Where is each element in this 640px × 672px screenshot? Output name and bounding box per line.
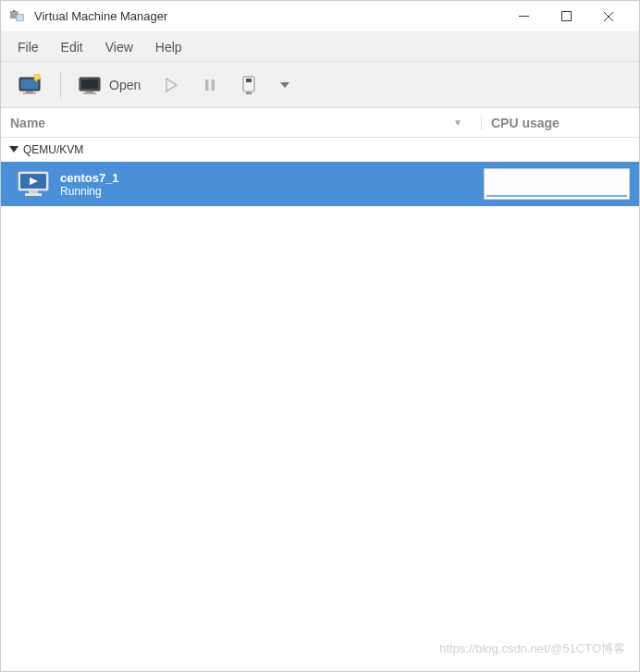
chevron-down-icon bbox=[279, 81, 290, 89]
header-cpu[interactable]: CPU usage bbox=[482, 116, 639, 130]
collapse-icon bbox=[8, 143, 19, 156]
open-label: Open bbox=[109, 78, 141, 92]
menu-view[interactable]: View bbox=[94, 36, 144, 58]
maximize-button[interactable] bbox=[545, 3, 587, 31]
close-button[interactable] bbox=[587, 3, 630, 31]
new-vm-button[interactable] bbox=[8, 68, 53, 102]
svg-rect-10 bbox=[23, 92, 36, 94]
svg-marker-23 bbox=[9, 146, 18, 153]
shutdown-button[interactable] bbox=[231, 70, 266, 100]
vm-tree: QEMU/KVM centos7_1 Running bbox=[1, 138, 639, 671]
menu-file[interactable]: File bbox=[6, 36, 50, 58]
minimize-button[interactable] bbox=[502, 3, 545, 31]
window-title: Virtual Machine Manager bbox=[34, 9, 167, 23]
column-headers: Name ▼ CPU usage bbox=[1, 108, 639, 138]
sort-arrow-icon: ▼ bbox=[453, 117, 462, 128]
svg-marker-16 bbox=[166, 79, 177, 92]
open-vm-button[interactable]: Open bbox=[68, 68, 150, 102]
vm-row[interactable]: centos7_1 Running bbox=[1, 162, 639, 206]
svg-rect-18 bbox=[212, 79, 215, 91]
pause-button[interactable] bbox=[192, 71, 228, 99]
header-name-label: Name bbox=[10, 116, 45, 130]
cpu-usage-graph bbox=[484, 168, 630, 200]
connection-row[interactable]: QEMU/KVM bbox=[1, 138, 639, 162]
svg-rect-1 bbox=[16, 14, 23, 20]
toolbar: Open bbox=[1, 62, 639, 108]
svg-rect-21 bbox=[246, 92, 252, 94]
svg-rect-28 bbox=[25, 193, 42, 196]
run-button[interactable] bbox=[154, 71, 189, 99]
svg-rect-2 bbox=[13, 10, 16, 12]
titlebar: Virtual Machine Manager bbox=[1, 1, 639, 32]
menu-edit[interactable]: Edit bbox=[50, 36, 94, 58]
svg-rect-4 bbox=[561, 12, 571, 21]
svg-rect-17 bbox=[205, 79, 209, 91]
header-name[interactable]: Name ▼ bbox=[1, 116, 482, 130]
svg-rect-20 bbox=[246, 79, 252, 82]
shutdown-menu-arrow[interactable] bbox=[270, 76, 300, 94]
connection-label: QEMU/KVM bbox=[23, 143, 83, 156]
vm-name: centos7_1 bbox=[60, 171, 119, 185]
svg-rect-15 bbox=[83, 92, 96, 94]
app-icon bbox=[10, 10, 27, 23]
vm-status: Running bbox=[60, 185, 119, 198]
svg-rect-9 bbox=[26, 91, 33, 92]
vm-monitor-icon bbox=[18, 170, 49, 198]
svg-rect-13 bbox=[81, 79, 98, 89]
menubar: File Edit View Help bbox=[1, 32, 639, 62]
svg-rect-27 bbox=[29, 190, 38, 193]
menu-help[interactable]: Help bbox=[144, 36, 193, 58]
svg-rect-14 bbox=[86, 91, 93, 92]
header-cpu-label: CPU usage bbox=[491, 116, 560, 130]
svg-marker-22 bbox=[280, 82, 289, 88]
